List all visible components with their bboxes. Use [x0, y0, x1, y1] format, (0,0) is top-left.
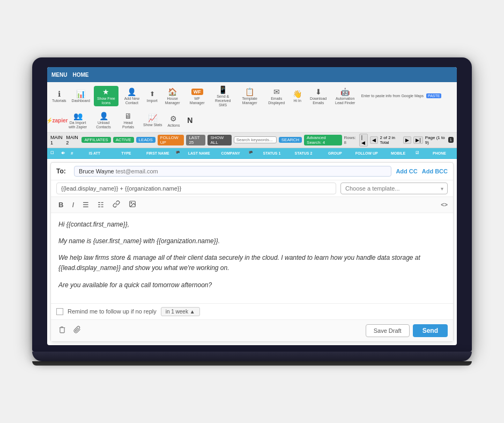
toolbar-import[interactable]: ⬆ Import [145, 88, 159, 104]
laptop-container: MENU HOME ℹ Tutorials 📊 Dashboard ★ Show… [32, 57, 472, 365]
bold-button[interactable]: B [56, 200, 65, 210]
rows-label: Rows: 8 [344, 135, 357, 145]
search-button[interactable]: SEARCH [279, 137, 302, 143]
google-maps-badge: PASTE [426, 93, 441, 98]
nav-home[interactable]: HOME [72, 72, 88, 78]
toolbar-dashboard[interactable]: 📊 Dashboard [70, 88, 92, 104]
col-lastname: LAST NAME [185, 151, 213, 155]
col-status2: STATUS 2 [289, 151, 317, 155]
col-checkbox: ☐ [50, 151, 58, 155]
toolbar-house-manager[interactable]: 🏠 House Manager [161, 86, 184, 106]
to-row: To: Bruce Wayne test@email.com Add CC Ad… [51, 163, 453, 180]
filter-main1[interactable]: MAIN 1 [50, 135, 64, 145]
toolbar-sms[interactable]: 📱 Send & Received SMS [211, 84, 235, 108]
toolbar-emails-displayed[interactable]: ✉ Emails Displayed [264, 86, 289, 106]
col-group: GROUP [321, 151, 349, 155]
toolbar-tutorials[interactable]: ℹ Tutorials [50, 88, 68, 104]
nav-first[interactable]: |◀ [359, 134, 368, 147]
nav-last[interactable]: ▶| [413, 136, 423, 144]
top-nav: MENU HOME [47, 67, 457, 82]
save-draft-button[interactable]: Save Draft [366, 324, 410, 337]
email-toolbar: B I ☰ ☷ [51, 197, 453, 213]
toolbar-google-maps[interactable]: Enter to paste info from Google Maps PAS… [360, 92, 443, 99]
filter-showall[interactable]: SHOW ALL [207, 135, 231, 145]
col-status1: STATUS 1 [258, 151, 286, 155]
svg-point-1 [131, 202, 132, 203]
search-input[interactable] [234, 136, 277, 143]
email-body[interactable]: Hi {{contact.first_name}}, My name is {u… [51, 213, 453, 303]
subject-field[interactable] [56, 183, 336, 194]
import-icon: ⬆ [147, 89, 157, 99]
toolbar-actions[interactable]: ⚙ Actions [166, 113, 181, 128]
toolbar-head-portals[interactable]: 🖥 Head Portals [117, 110, 139, 130]
gear-icon: ⚙ [169, 114, 179, 123]
toolbar-wf-manager[interactable]: WF WF Manager [186, 86, 209, 106]
body-line-1: Hi {{contact.first_name}}, [58, 220, 446, 230]
n-icon: N [185, 115, 195, 125]
star-icon: ★ [101, 87, 111, 97]
toolbar-template-manager[interactable]: 📋 Template Manager [238, 86, 262, 106]
contacts-icon: 👥 [73, 111, 83, 121]
toolbar-n[interactable]: N [183, 114, 196, 126]
link-button[interactable] [110, 199, 122, 210]
zapier-icon: ⚡zapier [52, 115, 62, 125]
unload-icon: 👤 [99, 111, 108, 121]
to-field[interactable]: Bruce Wayne test@email.com [74, 166, 391, 177]
code-toggle-button[interactable]: <> [441, 201, 448, 208]
filter-last25[interactable]: LAST 25 [186, 135, 205, 145]
unordered-list-button[interactable]: ☰ [80, 200, 91, 210]
trash-button[interactable] [56, 325, 68, 336]
toolbar-show-icons[interactable]: ★ Show Free Icons [94, 86, 118, 106]
email-display-icon: ✉ [272, 87, 281, 97]
filter-active[interactable]: ACTIVE [113, 137, 134, 143]
italic-button[interactable]: I [70, 200, 76, 210]
send-button[interactable]: Send [413, 324, 448, 337]
reminder-time-button[interactable]: in 1 week ▲ [161, 307, 200, 316]
filter-affiliates[interactable]: AFFILIATES [81, 137, 110, 143]
page-number[interactable]: 1 [448, 137, 454, 143]
advanced-search-button[interactable]: Advanced Search: 4 [304, 135, 342, 145]
to-email: test@email.com [116, 168, 158, 174]
attach-button[interactable] [71, 325, 83, 336]
toolbar-unload[interactable]: 👤 Unload Contacts [92, 110, 115, 130]
ordered-list-button[interactable]: ☷ [95, 200, 106, 210]
laptop-foot [32, 361, 472, 366]
nav-next[interactable]: ▶ [403, 136, 411, 144]
portals-icon: 🖥 [123, 111, 133, 121]
toolbar-add-contact[interactable]: 👤 Add New Contact [121, 86, 143, 106]
tutorials-icon: ℹ [54, 89, 64, 99]
pagination-info: 2 of 2 in Total [380, 135, 402, 145]
email-compose: To: Bruce Wayne test@email.com Add CC Ad… [50, 162, 454, 342]
dashboard-icon: 📊 [76, 89, 86, 99]
template-select[interactable]: Choose a template... [340, 183, 448, 194]
col-phone: PHONE [425, 151, 454, 155]
to-name: Bruce Wayne [79, 168, 114, 174]
house-icon: 🏠 [168, 87, 177, 97]
body-line-3: We help law firms store & manage all of … [58, 253, 446, 273]
image-button[interactable] [127, 199, 138, 210]
to-label: To: [56, 167, 70, 175]
toolbar-download-emails[interactable]: ⬇ Download Emails [306, 86, 331, 106]
toolbar-lead-finder[interactable]: 🤖 Automation Lead Finder [333, 86, 358, 106]
download-icon: ⬇ [314, 87, 323, 97]
nav-menu[interactable]: MENU [51, 72, 67, 78]
col-eye: 👁 [61, 151, 68, 155]
filter-leads[interactable]: LEADS [136, 137, 155, 143]
icon-toolbar: ℹ Tutorials 📊 Dashboard ★ Show Free Icon… [47, 82, 457, 132]
reminder-label: Remind me to follow up if no reply [68, 308, 157, 315]
toolbar-zapier-contacts[interactable]: 👥 Da Import with Zapier [65, 110, 90, 130]
reminder-checkbox[interactable] [56, 308, 63, 315]
page-info: Page (1 to 9) [425, 135, 446, 145]
add-cc-button[interactable]: Add CC [396, 168, 417, 174]
toolbar-show-stats[interactable]: 📈 Show Stats [142, 112, 164, 128]
nav-prev[interactable]: ◀ [370, 136, 378, 144]
toolbar-zapier[interactable]: ⚡zapier [50, 114, 63, 126]
body-line-4: Are you available for a quick call tomor… [58, 280, 446, 290]
toolbar-hi-in[interactable]: 👋 Hi In [291, 88, 304, 104]
filter-main2[interactable]: MAIN 2 [66, 135, 79, 145]
filter-followup[interactable]: FOLLOW UP [158, 135, 184, 145]
filter-bar: MAIN 1 MAIN 2 AFFILIATES ACTIVE LEADS FO… [47, 133, 457, 148]
subject-row: Choose a template... [51, 180, 453, 197]
col-type: TYPE [112, 151, 140, 155]
add-bcc-button[interactable]: Add BCC [422, 168, 448, 174]
